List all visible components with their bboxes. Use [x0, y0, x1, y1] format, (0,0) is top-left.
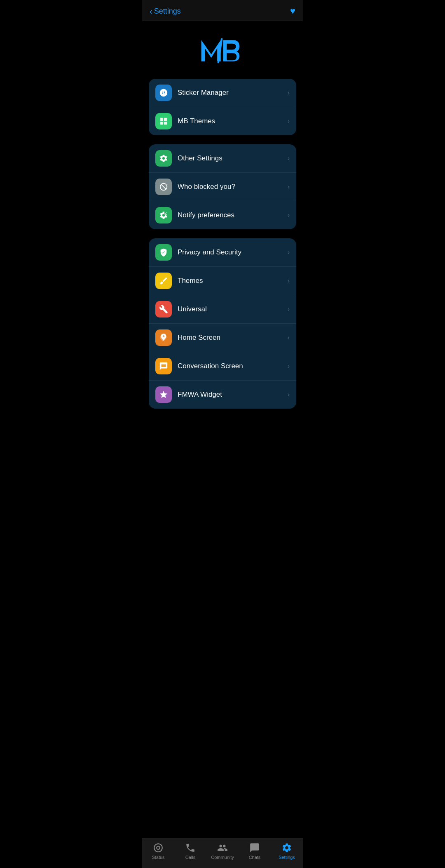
- themes-label: Themes: [178, 277, 288, 285]
- svg-line-7: [161, 184, 166, 190]
- other-settings-label: Other Settings: [178, 154, 288, 162]
- sticker-manager-chevron: ›: [288, 89, 290, 96]
- privacy-security-item[interactable]: Privacy and Security ›: [149, 238, 296, 267]
- universal-chevron: ›: [288, 306, 290, 313]
- svg-rect-5: [164, 122, 167, 125]
- fmwa-widget-icon: [155, 386, 172, 403]
- universal-label: Universal: [178, 305, 288, 313]
- back-button[interactable]: ‹ Settings: [150, 7, 181, 16]
- notify-preferences-item[interactable]: Notify preferences ›: [149, 201, 296, 229]
- top-bar: ‹ Settings ♥: [142, 0, 303, 21]
- universal-icon: [155, 301, 172, 318]
- svg-rect-3: [164, 118, 167, 121]
- fmwa-widget-chevron: ›: [288, 391, 290, 398]
- fmwa-widget-item[interactable]: FMWA Widget ›: [149, 381, 296, 409]
- who-blocked-you-chevron: ›: [288, 183, 290, 191]
- logo-section: [142, 21, 303, 79]
- privacy-security-chevron: ›: [288, 249, 290, 256]
- conversation-screen-item[interactable]: Conversation Screen ›: [149, 352, 296, 381]
- mb-themes-item[interactable]: MB Themes ›: [149, 107, 296, 135]
- section-1-card: Sticker Manager › MB Themes ›: [149, 79, 296, 135]
- privacy-security-label: Privacy and Security: [178, 248, 288, 256]
- mb-themes-icon: [155, 113, 172, 129]
- notify-preferences-label: Notify preferences: [178, 211, 288, 219]
- page-content: Sticker Manager › MB Themes ›: [142, 21, 303, 455]
- sticker-manager-label: Sticker Manager: [178, 89, 288, 97]
- back-label: Settings: [154, 7, 181, 16]
- privacy-security-icon: [155, 244, 172, 261]
- svg-rect-4: [160, 122, 163, 125]
- other-settings-chevron: ›: [288, 155, 290, 162]
- home-screen-icon: [155, 329, 172, 346]
- who-blocked-you-icon: [155, 179, 172, 195]
- mb-themes-label: MB Themes: [178, 117, 288, 125]
- conversation-screen-icon: [155, 358, 172, 374]
- sticker-manager-item[interactable]: Sticker Manager ›: [149, 79, 296, 107]
- mb-themes-chevron: ›: [288, 118, 290, 125]
- mb-logo: [198, 34, 247, 67]
- notify-preferences-icon: [155, 207, 172, 223]
- home-screen-label: Home Screen: [178, 334, 288, 342]
- conversation-screen-label: Conversation Screen: [178, 362, 288, 370]
- section-2-card: Other Settings › Who blocked you? ›: [149, 144, 296, 229]
- section-3-card: Privacy and Security › Themes › Universa…: [149, 238, 296, 409]
- themes-item[interactable]: Themes ›: [149, 267, 296, 295]
- home-screen-item[interactable]: Home Screen ›: [149, 324, 296, 352]
- other-settings-icon: [155, 150, 172, 167]
- back-chevron-icon: ‹: [150, 7, 152, 16]
- heart-icon[interactable]: ♥: [290, 6, 295, 16]
- themes-icon: [155, 273, 172, 289]
- themes-chevron: ›: [288, 277, 290, 285]
- sticker-manager-icon: [155, 85, 172, 101]
- who-blocked-you-label: Who blocked you?: [178, 183, 288, 191]
- notify-preferences-chevron: ›: [288, 212, 290, 219]
- universal-item[interactable]: Universal ›: [149, 295, 296, 324]
- home-screen-chevron: ›: [288, 334, 290, 341]
- conversation-screen-chevron: ›: [288, 362, 290, 370]
- svg-rect-2: [160, 118, 163, 121]
- fmwa-widget-label: FMWA Widget: [178, 390, 288, 399]
- who-blocked-you-item[interactable]: Who blocked you? ›: [149, 173, 296, 201]
- other-settings-item[interactable]: Other Settings ›: [149, 144, 296, 173]
